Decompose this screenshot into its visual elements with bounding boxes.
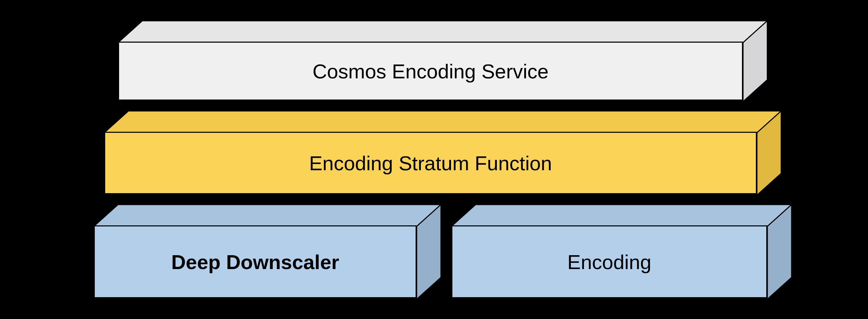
svg-marker-2 (104, 111, 781, 133)
svg-marker-4 (94, 205, 441, 226)
layer-front-face: Deep Downscaler (94, 225, 417, 298)
layer-top-face (118, 21, 767, 43)
layer-side-face (743, 21, 768, 102)
layer-label: Encoding (567, 250, 651, 274)
architecture-diagram: Cosmos Encoding Service Encoding Stratum… (0, 0, 868, 319)
layer-front-face: Encoding Stratum Function (104, 132, 757, 194)
layer-label: Encoding Stratum Function (309, 152, 552, 175)
layer-side-face (417, 205, 442, 299)
layer-label: Deep Downscaler (171, 250, 339, 274)
svg-marker-1 (743, 21, 767, 102)
layer-front-face: Cosmos Encoding Service (118, 42, 743, 101)
svg-marker-3 (757, 111, 781, 195)
layer-top-face (451, 205, 792, 226)
svg-marker-6 (451, 205, 792, 226)
layer-top-face (104, 111, 781, 133)
layer-top-face (94, 205, 441, 226)
svg-marker-0 (118, 21, 767, 43)
layer-side-face (757, 111, 782, 195)
layer-front-face: Encoding (451, 225, 767, 298)
layer-label: Cosmos Encoding Service (312, 60, 549, 83)
svg-marker-5 (417, 205, 441, 299)
svg-marker-7 (767, 205, 792, 299)
layer-side-face (767, 205, 793, 299)
